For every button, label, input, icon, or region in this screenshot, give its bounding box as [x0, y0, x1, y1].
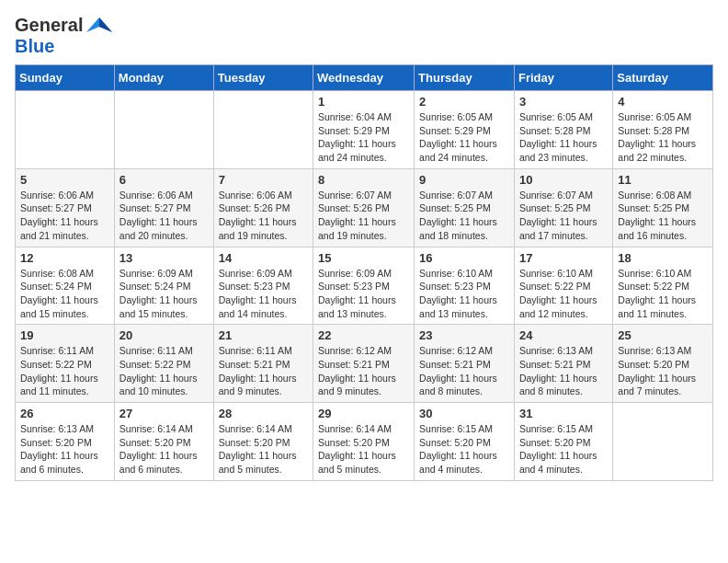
day-info: Sunrise: 6:06 AMSunset: 5:26 PMDaylight:… [219, 189, 308, 243]
day-number: 3 [519, 95, 608, 109]
day-info: Sunrise: 6:06 AMSunset: 5:27 PMDaylight:… [20, 189, 109, 243]
page-header: General Blue [15, 15, 713, 57]
day-info: Sunrise: 6:08 AMSunset: 5:25 PMDaylight:… [618, 189, 708, 243]
calendar-day-cell: 16Sunrise: 6:10 AMSunset: 5:23 PMDayligh… [415, 247, 515, 325]
day-info: Sunrise: 6:14 AMSunset: 5:20 PMDaylight:… [318, 422, 409, 477]
day-number: 5 [20, 173, 109, 187]
calendar-day-cell: 4Sunrise: 6:05 AMSunset: 5:28 PMDaylight… [613, 91, 713, 169]
day-number: 4 [618, 95, 708, 109]
calendar-day-cell: 6Sunrise: 6:06 AMSunset: 5:27 PMDaylight… [114, 168, 213, 247]
day-number: 18 [618, 251, 708, 265]
day-number: 14 [219, 251, 308, 265]
calendar-day-cell [613, 403, 713, 481]
day-number: 13 [119, 251, 209, 265]
day-number: 21 [219, 328, 308, 342]
calendar-day-cell: 22Sunrise: 6:12 AMSunset: 5:21 PMDayligh… [313, 325, 415, 403]
day-of-week-header: Wednesday [313, 65, 415, 91]
calendar-day-cell: 21Sunrise: 6:11 AMSunset: 5:21 PMDayligh… [213, 325, 313, 403]
calendar-day-cell: 27Sunrise: 6:14 AMSunset: 5:20 PMDayligh… [114, 403, 213, 481]
day-number: 1 [318, 95, 409, 109]
day-info: Sunrise: 6:10 AMSunset: 5:22 PMDaylight:… [618, 267, 708, 321]
day-info: Sunrise: 6:05 AMSunset: 5:29 PMDaylight:… [419, 110, 509, 165]
day-number: 27 [119, 407, 209, 420]
day-info: Sunrise: 6:12 AMSunset: 5:21 PMDaylight:… [419, 344, 509, 398]
calendar-day-cell: 11Sunrise: 6:08 AMSunset: 5:25 PMDayligh… [613, 168, 713, 247]
day-number: 11 [618, 173, 708, 187]
day-number: 25 [618, 328, 708, 342]
day-info: Sunrise: 6:09 AMSunset: 5:23 PMDaylight:… [219, 267, 308, 321]
calendar-week-row: 5Sunrise: 6:06 AMSunset: 5:27 PMDaylight… [16, 168, 713, 247]
calendar-day-cell: 24Sunrise: 6:13 AMSunset: 5:21 PMDayligh… [514, 325, 612, 403]
day-info: Sunrise: 6:04 AMSunset: 5:29 PMDaylight:… [318, 110, 409, 165]
calendar-day-cell: 3Sunrise: 6:05 AMSunset: 5:28 PMDaylight… [514, 91, 612, 169]
calendar-day-cell [16, 91, 115, 169]
calendar-day-cell: 15Sunrise: 6:09 AMSunset: 5:23 PMDayligh… [313, 247, 415, 325]
day-info: Sunrise: 6:09 AMSunset: 5:24 PMDaylight:… [119, 267, 209, 321]
day-info: Sunrise: 6:14 AMSunset: 5:20 PMDaylight:… [219, 422, 308, 477]
day-of-week-header: Tuesday [213, 65, 313, 91]
day-info: Sunrise: 6:07 AMSunset: 5:25 PMDaylight:… [519, 189, 608, 243]
day-info: Sunrise: 6:10 AMSunset: 5:22 PMDaylight:… [519, 267, 608, 321]
day-number: 28 [219, 407, 308, 420]
day-info: Sunrise: 6:11 AMSunset: 5:22 PMDaylight:… [119, 344, 209, 398]
calendar-day-cell: 17Sunrise: 6:10 AMSunset: 5:22 PMDayligh… [514, 247, 612, 325]
calendar-week-row: 1Sunrise: 6:04 AMSunset: 5:29 PMDaylight… [16, 91, 713, 169]
day-number: 17 [519, 251, 608, 265]
calendar-day-cell: 26Sunrise: 6:13 AMSunset: 5:20 PMDayligh… [16, 403, 115, 481]
calendar-day-cell: 29Sunrise: 6:14 AMSunset: 5:20 PMDayligh… [313, 403, 415, 481]
day-info: Sunrise: 6:15 AMSunset: 5:20 PMDaylight:… [419, 422, 509, 477]
day-info: Sunrise: 6:11 AMSunset: 5:22 PMDaylight:… [20, 344, 109, 398]
calendar-day-cell [114, 91, 213, 169]
calendar-day-cell: 10Sunrise: 6:07 AMSunset: 5:25 PMDayligh… [514, 168, 612, 247]
calendar-day-cell: 5Sunrise: 6:06 AMSunset: 5:27 PMDaylight… [16, 168, 115, 247]
logo-blue: Blue [15, 36, 54, 56]
calendar-day-cell: 19Sunrise: 6:11 AMSunset: 5:22 PMDayligh… [16, 325, 115, 403]
day-number: 6 [119, 173, 209, 187]
day-number: 23 [419, 328, 509, 342]
day-info: Sunrise: 6:12 AMSunset: 5:21 PMDaylight:… [318, 344, 409, 398]
day-number: 16 [419, 251, 509, 265]
day-info: Sunrise: 6:06 AMSunset: 5:27 PMDaylight:… [119, 189, 209, 243]
day-of-week-header: Sunday [16, 65, 115, 91]
day-number: 29 [318, 407, 409, 420]
calendar-day-cell: 14Sunrise: 6:09 AMSunset: 5:23 PMDayligh… [213, 247, 313, 325]
calendar-day-cell: 9Sunrise: 6:07 AMSunset: 5:25 PMDaylight… [415, 168, 515, 247]
day-info: Sunrise: 6:07 AMSunset: 5:26 PMDaylight:… [318, 189, 409, 243]
calendar-day-cell: 2Sunrise: 6:05 AMSunset: 5:29 PMDaylight… [415, 91, 515, 169]
calendar-week-row: 19Sunrise: 6:11 AMSunset: 5:22 PMDayligh… [16, 325, 713, 403]
day-number: 7 [219, 173, 308, 187]
day-number: 30 [419, 407, 509, 420]
day-number: 12 [20, 251, 109, 265]
calendar-day-cell: 12Sunrise: 6:08 AMSunset: 5:24 PMDayligh… [16, 247, 115, 325]
day-number: 31 [519, 407, 608, 420]
day-info: Sunrise: 6:11 AMSunset: 5:21 PMDaylight:… [219, 344, 308, 398]
calendar-day-cell: 13Sunrise: 6:09 AMSunset: 5:24 PMDayligh… [114, 247, 213, 325]
day-number: 2 [419, 95, 509, 109]
day-info: Sunrise: 6:07 AMSunset: 5:25 PMDaylight:… [419, 189, 509, 243]
calendar-day-cell: 8Sunrise: 6:07 AMSunset: 5:26 PMDaylight… [313, 168, 415, 247]
calendar-day-cell [213, 91, 313, 169]
day-info: Sunrise: 6:15 AMSunset: 5:20 PMDaylight:… [519, 422, 608, 477]
calendar-day-cell: 20Sunrise: 6:11 AMSunset: 5:22 PMDayligh… [114, 325, 213, 403]
day-info: Sunrise: 6:13 AMSunset: 5:20 PMDaylight:… [618, 344, 708, 398]
day-info: Sunrise: 6:08 AMSunset: 5:24 PMDaylight:… [20, 267, 109, 321]
svg-marker-1 [99, 17, 112, 32]
day-of-week-header: Saturday [613, 65, 713, 91]
day-of-week-header: Thursday [415, 65, 515, 91]
calendar-day-cell: 28Sunrise: 6:14 AMSunset: 5:20 PMDayligh… [213, 403, 313, 481]
day-info: Sunrise: 6:05 AMSunset: 5:28 PMDaylight:… [618, 110, 708, 165]
day-number: 22 [318, 328, 409, 342]
calendar-day-cell: 18Sunrise: 6:10 AMSunset: 5:22 PMDayligh… [613, 247, 713, 325]
calendar-day-cell: 25Sunrise: 6:13 AMSunset: 5:20 PMDayligh… [613, 325, 713, 403]
logo: General Blue [15, 15, 112, 57]
day-number: 20 [119, 328, 209, 342]
day-number: 24 [519, 328, 608, 342]
day-info: Sunrise: 6:13 AMSunset: 5:20 PMDaylight:… [20, 422, 109, 477]
calendar-day-cell: 30Sunrise: 6:15 AMSunset: 5:20 PMDayligh… [415, 403, 515, 481]
logo-general: General [15, 15, 83, 36]
calendar-table: SundayMondayTuesdayWednesdayThursdayFrid… [15, 64, 713, 481]
day-number: 10 [519, 173, 608, 187]
day-info: Sunrise: 6:14 AMSunset: 5:20 PMDaylight:… [119, 422, 209, 477]
logo-bird-icon [86, 16, 112, 36]
day-number: 26 [20, 407, 109, 420]
